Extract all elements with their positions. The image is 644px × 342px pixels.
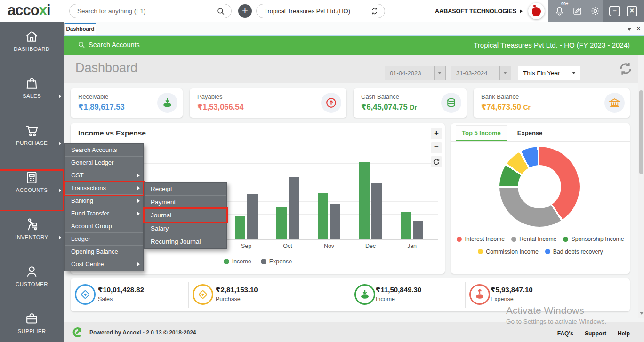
footer-link-help[interactable]: Help [618, 330, 630, 337]
menu-item-search-accounts[interactable]: Search Accounts [65, 144, 143, 157]
period-select[interactable]: This Fin Year [518, 66, 580, 80]
chevron-right-icon [137, 174, 140, 177]
submenu-item-receipt[interactable]: Receipt [145, 183, 226, 196]
menu-item-account-group[interactable]: Account Group [65, 220, 143, 233]
tab-close-icon[interactable]: × [636, 24, 641, 33]
menu-item-label: Transactions [71, 184, 106, 191]
sidebar-item-dashboard[interactable]: DASHBOARD [0, 29, 64, 69]
sidebar-item-sales[interactable]: SALES [0, 76, 64, 116]
tab-dashboard[interactable]: Dashboard [64, 23, 96, 35]
company-fy-label: Tropical Treasures Pvt Ltd. - HO (FY 202… [474, 41, 630, 49]
menu-item-gst[interactable]: GST [65, 169, 143, 182]
sidebar-item-purchase[interactable]: PURCHASE [0, 123, 64, 163]
scrollbar-thumb[interactable] [639, 90, 643, 174]
footer-link-support[interactable]: Support [585, 330, 606, 337]
divider [350, 282, 350, 308]
sidebar-item-label: PURCHASE [0, 140, 64, 146]
menu-item-fund-transfer[interactable]: Fund Transfer [65, 207, 143, 220]
menu-item-label: Opening Balance [71, 248, 118, 255]
stat-card-cash-balance: Cash Balance₹6,45,074.75 Dr [354, 88, 467, 118]
legend-item-interest-income[interactable]: Interest Income [457, 233, 505, 245]
submenu-item-journal[interactable]: Journal [145, 209, 226, 222]
legend-item-rental-income[interactable]: Rental Income [511, 233, 556, 245]
date-to-dropdown[interactable] [499, 66, 511, 80]
x-axis-label-dec: Dec [354, 243, 387, 249]
menu-item-transactions[interactable]: Transactions [65, 182, 143, 195]
bar-expense-jan [413, 221, 423, 239]
messages-icon[interactable] [572, 6, 582, 16]
menu-item-cost-centre[interactable]: Cost Centre [65, 258, 143, 271]
date-from-field[interactable]: 01-04-2023 [385, 66, 446, 80]
submenu-item-recurring-journal[interactable]: Recurring Journal [145, 235, 226, 248]
vertical-scrollbar[interactable] [638, 55, 644, 318]
scrollbar-down-arrow-icon[interactable] [640, 312, 644, 315]
tab-top-5-income[interactable]: Top 5 Income [456, 125, 507, 141]
organization-menu[interactable]: AABASOFT TECHNOLOGIES [433, 0, 523, 22]
date-to-field[interactable]: 31-03-2024 [451, 66, 511, 80]
legend-item-commission-income[interactable]: Commission Income [478, 246, 538, 258]
menu-item-banking[interactable]: Banking [65, 195, 143, 207]
page-header: Dashboard 01-04-2023 31-03-2024 This Fin… [64, 55, 644, 83]
sidebar-item-label: ACCOUNTS [0, 187, 64, 193]
menu-item-label: Payment [151, 199, 176, 206]
donut-hole [518, 165, 561, 208]
tab-expense[interactable]: Expense [512, 126, 548, 141]
sidebar-item-inventory[interactable]: INVENTORY [0, 217, 64, 257]
legend-item-expense[interactable]: Expense [261, 258, 292, 265]
legend-swatch [545, 249, 550, 254]
donut-tabs: Top 5 IncomeExpense [451, 123, 630, 142]
bottom-stat-value-income: ₹11,50,849.30 [376, 286, 421, 294]
bar-expense-dec [371, 183, 382, 239]
zoom-in-button[interactable]: + [431, 128, 442, 139]
global-search-input[interactable]: Search for anything (F1) [69, 4, 232, 18]
menu-item-label: Search Accounts [71, 146, 117, 153]
company-selector[interactable]: Tropical Treasures Pvt Ltd.(HO) [256, 4, 385, 18]
bank-icon [604, 93, 625, 113]
menu-item-label: General Ledger [71, 159, 113, 166]
minimize-button[interactable]: − [609, 6, 620, 16]
stat-card-value: ₹1,53,066.54 [197, 103, 244, 111]
diamond-icon [193, 284, 213, 305]
notifications-icon[interactable] [555, 6, 564, 16]
search-icon [78, 41, 85, 48]
sidebar-item-accounts[interactable]: ACCOUNTS [0, 170, 64, 210]
quick-add-button[interactable]: + [238, 4, 252, 18]
footer-link-faq-s[interactable]: FAQ's [557, 330, 573, 337]
avatar[interactable] [528, 3, 545, 19]
tab-list-caret-icon[interactable] [628, 28, 631, 31]
date-from-dropdown[interactable] [434, 66, 445, 80]
legend-swatch [511, 237, 516, 242]
accoxi-logo-icon [71, 326, 84, 339]
menu-item-ledger[interactable]: Ledger [65, 233, 143, 246]
bottom-stat-value-sales: ₹10,01,428.82 [98, 286, 144, 294]
menu-item-opening-balance[interactable]: Opening Balance [65, 246, 143, 258]
settings-icon[interactable] [590, 6, 600, 16]
legend-swatch [224, 259, 229, 264]
legend-item-income[interactable]: Income [224, 258, 251, 265]
sidebar-item-customer[interactable]: CUSTOMER [0, 264, 64, 304]
stat-card-value: ₹1,89,617.53 [78, 103, 125, 111]
refresh-icon[interactable] [618, 61, 634, 77]
stat-card-suffix: Cr [523, 103, 531, 111]
avatar-logo-dot [533, 5, 536, 7]
search-icon[interactable] [217, 7, 225, 16]
chevron-right-icon [137, 212, 140, 215]
stat-card-payables: Payables₹1,53,066.54 [190, 88, 346, 118]
legend-swatch [478, 249, 483, 254]
search-accounts-button[interactable]: Search Accounts [78, 41, 140, 48]
legend-item-sponsorship-income[interactable]: Sponsorship Income [563, 233, 624, 245]
logo-text-end: i [47, 2, 50, 18]
legend-item-bad-debts-recovery[interactable]: Bad debts recovery [545, 246, 603, 258]
legend-label: Rental Income [519, 233, 556, 245]
submenu-item-salary[interactable]: Salary [145, 222, 226, 235]
x-axis-label-sep: Sep [230, 243, 263, 249]
switch-company-icon[interactable] [370, 7, 379, 16]
menu-item-general-ledger[interactable]: General Ledger [65, 157, 143, 169]
sidebar-item-label: CUSTOMER [0, 281, 64, 287]
close-button[interactable]: × [627, 6, 637, 16]
legend-label: Commission Income [486, 246, 538, 258]
chart-refresh-icon[interactable] [431, 156, 442, 167]
zoom-out-button[interactable]: − [431, 142, 442, 153]
sidebar-item-supplier[interactable]: SUPPLIER [0, 311, 64, 342]
submenu-item-payment[interactable]: Payment [145, 196, 226, 209]
